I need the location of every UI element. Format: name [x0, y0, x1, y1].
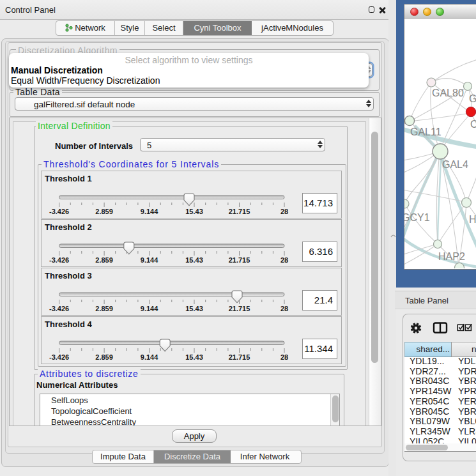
svg-text:-3.426: -3.426: [49, 208, 69, 215]
svg-text:15.43: 15.43: [185, 305, 203, 312]
svg-text:28: 28: [280, 256, 288, 264]
svg-text:9.144: 9.144: [141, 256, 158, 264]
svg-text:2.859: 2.859: [95, 256, 113, 264]
svg-text:9.144: 9.144: [141, 305, 158, 312]
svg-text:28: 28: [280, 305, 288, 312]
svg-text:21.715: 21.715: [229, 353, 250, 361]
svg-text:28: 28: [280, 353, 288, 361]
svg-text:2.859: 2.859: [95, 353, 113, 361]
svg-text:H: H: [469, 214, 476, 225]
svg-text:GCY1: GCY1: [404, 212, 430, 223]
svg-text:15.43: 15.43: [185, 353, 203, 361]
svg-text:15.43: 15.43: [185, 256, 203, 264]
svg-text:9.144: 9.144: [141, 353, 158, 361]
svg-text:21.715: 21.715: [229, 305, 250, 312]
svg-text:9.144: 9.144: [141, 208, 158, 215]
svg-text:21.715: 21.715: [229, 208, 250, 215]
svg-text:GAL11: GAL11: [410, 127, 441, 137]
svg-text:HAP2: HAP2: [438, 251, 465, 262]
svg-text:-3.426: -3.426: [49, 353, 69, 361]
svg-text:28: 28: [280, 208, 288, 215]
svg-text:21.715: 21.715: [229, 256, 250, 264]
svg-text:-3.426: -3.426: [49, 305, 69, 312]
svg-text:2.859: 2.859: [95, 208, 113, 215]
svg-text:G..: G..: [469, 93, 476, 104]
svg-text:C: C: [470, 119, 476, 130]
svg-text:-3.426: -3.426: [49, 256, 69, 264]
svg-text:GAL4: GAL4: [442, 159, 468, 170]
svg-text:GAL80: GAL80: [432, 88, 464, 98]
svg-text:15.43: 15.43: [185, 208, 203, 215]
svg-text:2.859: 2.859: [95, 305, 113, 312]
